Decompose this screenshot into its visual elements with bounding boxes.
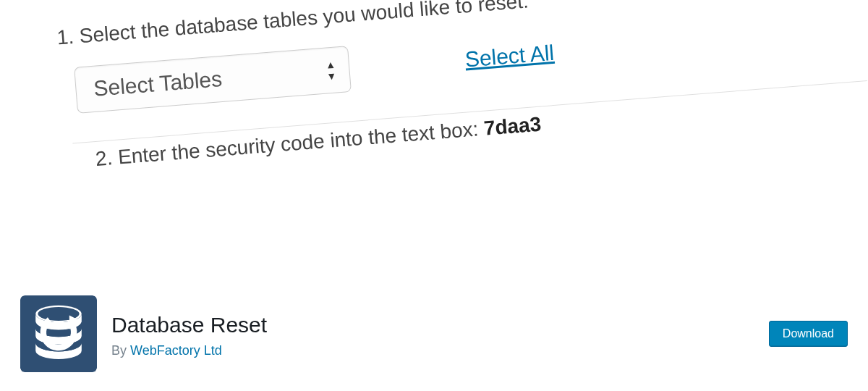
plugin-banner: Database Reset 1. Select the database ta… [0, 0, 868, 290]
plugin-byline: By WebFactory Ltd [111, 343, 754, 358]
download-button[interactable]: Download [769, 321, 848, 347]
plugin-titles: Database Reset By WebFactory Ltd [111, 310, 754, 358]
updown-chevron-icon: ▲▼ [326, 59, 337, 82]
select-all-link[interactable]: Select All [464, 41, 556, 72]
fade-overlay [0, 246, 868, 290]
plugin-header: Database Reset By WebFactory Ltd Downloa… [0, 285, 868, 391]
plugin-name: Database Reset [111, 313, 754, 337]
by-prefix: By [111, 343, 130, 358]
tables-select-placeholder: Select Tables [93, 67, 223, 101]
screenshot-content: Database Reset 1. Select the database ta… [51, 0, 868, 173]
tables-select[interactable]: Select Tables ▲▼ [74, 46, 352, 114]
plugin-author-link[interactable]: WebFactory Ltd [130, 343, 222, 358]
security-code: 7daa3 [483, 113, 542, 140]
plugin-icon [20, 295, 97, 372]
